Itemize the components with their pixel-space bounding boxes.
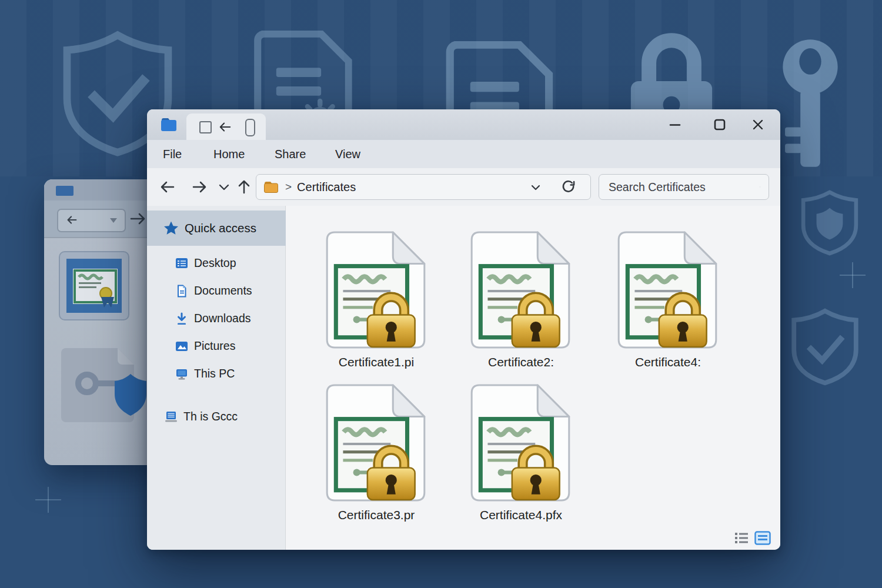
menu-view[interactable]: View (335, 140, 360, 168)
menu-home[interactable]: Home (213, 140, 245, 168)
desktop: File Home Share View > (0, 0, 882, 588)
file-item[interactable]: Certificate3.pr (315, 383, 438, 522)
file-name: Certificate2: (459, 355, 583, 369)
background-window (44, 179, 162, 465)
file-list-area: Certificate1.pi Certificate2: Certificat… (286, 206, 780, 550)
sidebar-item-label: Pictures (194, 339, 235, 353)
menu-share[interactable]: Share (275, 140, 306, 168)
sidebar-item-label: Documents (194, 284, 252, 298)
bg-shield-check-icon (790, 302, 860, 392)
file-name: Certificate1.pi (315, 355, 438, 369)
key-document-shield-icon[interactable] (59, 346, 148, 425)
app-folder-icon (160, 116, 178, 132)
certificate-lock-icon (470, 230, 572, 349)
bg-shield-badge-icon (800, 180, 860, 266)
certificate-lock-icon (470, 383, 572, 502)
sidebar-item-this-pc[interactable]: This PC (147, 360, 286, 387)
back-arrow-icon (65, 213, 78, 226)
thumbnail-view-icon[interactable] (754, 531, 771, 545)
back-button[interactable] (160, 179, 175, 195)
this-pc-icon (175, 368, 188, 380)
history-combobox[interactable] (57, 209, 126, 232)
maximize-icon (713, 118, 727, 132)
minimize-button[interactable] (659, 109, 691, 140)
breadcrumb-separator: > (285, 181, 292, 193)
document-icon (175, 285, 188, 298)
file-name: Certificate3.pr (315, 508, 438, 522)
search-box (599, 174, 769, 200)
title-bar (147, 109, 780, 140)
sidebar-item-downloads[interactable]: Downloads (147, 305, 286, 332)
sidebar-item-label: Desktop (194, 256, 236, 270)
breadcrumb-location[interactable]: Certificates (297, 181, 356, 194)
address-dropdown-chevron-icon[interactable] (531, 185, 540, 191)
menu-bar: File Home Share View (147, 140, 780, 169)
computer-icon (165, 410, 178, 423)
file-item[interactable]: Certificate4.pfx (459, 383, 583, 522)
background-window-title-block (56, 186, 74, 196)
sidebar-item-label: Downloads (194, 312, 250, 325)
quick-access-toolbar (186, 113, 266, 140)
download-icon (175, 312, 188, 325)
framed-certificate-icon[interactable] (59, 251, 129, 323)
up-button[interactable] (236, 179, 252, 195)
file-name: Certificate4: (606, 355, 730, 369)
file-name: Certificate4.pfx (459, 508, 583, 522)
view-toggles (734, 531, 771, 545)
menu-file[interactable]: File (163, 140, 182, 168)
file-item[interactable]: Certificate4: (606, 230, 730, 369)
certificate-lock-icon (326, 230, 427, 349)
search-input[interactable] (599, 181, 756, 194)
bg-cross-mark (35, 487, 61, 513)
pictures-icon (175, 340, 188, 353)
sidebar-item-quick-access[interactable]: Quick access (147, 211, 286, 246)
bg-cross-mark (840, 262, 866, 288)
sidebar-item-label: Quick access (185, 221, 256, 235)
window-body: Quick access Desktop (147, 206, 780, 550)
background-window-titlebar (44, 179, 162, 201)
background-window-divider (44, 237, 162, 238)
sidebar-item-desktop[interactable]: Desktop (147, 249, 286, 277)
dropdown-arrow-icon (109, 218, 118, 223)
sidebar-item-pictures[interactable]: Pictures (147, 332, 286, 360)
background-window-toolbar (44, 201, 162, 237)
forward-arrow-icon[interactable] (129, 211, 146, 226)
tab-back-arrow-icon[interactable] (218, 121, 232, 133)
tab-square-icon[interactable] (199, 121, 212, 133)
navigation-bar: > Certificates (147, 168, 780, 206)
sidebar-item-documents[interactable]: Documents (147, 277, 286, 305)
file-item[interactable]: Certificate1.pi (315, 230, 438, 369)
certificate-lock-icon (326, 383, 427, 502)
close-icon (751, 118, 764, 131)
maximize-button[interactable] (703, 109, 736, 140)
recent-locations-chevron-icon[interactable] (219, 184, 229, 191)
close-button[interactable] (741, 109, 774, 140)
address-folder-icon (263, 181, 279, 193)
file-item[interactable]: Certificate2: (459, 230, 583, 369)
minimize-icon (669, 118, 681, 131)
forward-button[interactable] (192, 179, 207, 195)
desktop-icon (175, 257, 188, 270)
address-bar[interactable]: > Certificates (256, 174, 591, 200)
file-explorer-window: File Home Share View > (147, 109, 780, 550)
bg-key-icon (777, 33, 843, 180)
certificate-lock-icon (617, 230, 719, 349)
tab-panel-icon[interactable] (245, 119, 255, 136)
refresh-icon[interactable] (561, 180, 576, 195)
sidebar-item-label: This PC (194, 367, 235, 380)
sidebar-item-label: Th is Gccc (183, 410, 238, 423)
star-icon (163, 220, 179, 236)
sidebar: Quick access Desktop (147, 206, 286, 550)
search-icon[interactable] (760, 181, 760, 193)
list-view-icon[interactable] (734, 532, 749, 544)
sidebar-item-device[interactable]: Th is Gccc (147, 403, 286, 430)
